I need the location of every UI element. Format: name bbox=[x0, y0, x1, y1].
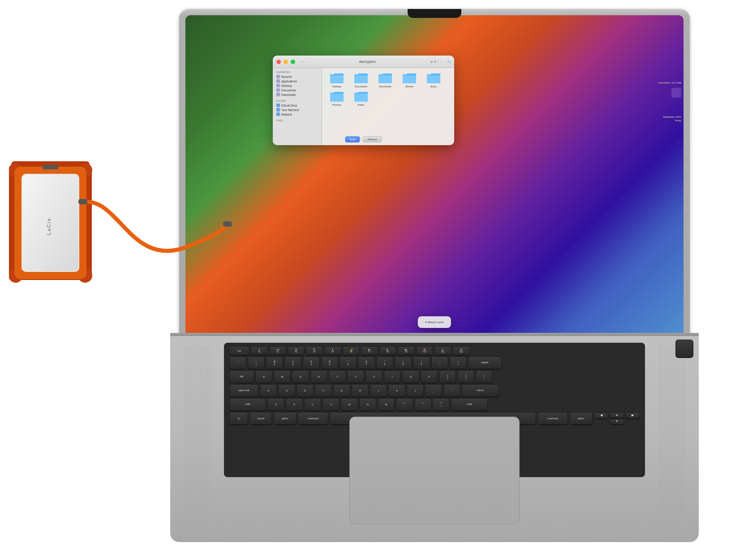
sidebar-item-desktop[interactable]: Desktop bbox=[275, 83, 320, 88]
key-f8[interactable]: ⏯F8 bbox=[379, 346, 396, 355]
finder-file-public[interactable]: Public bbox=[350, 90, 372, 107]
key-minus[interactable]: _- bbox=[431, 357, 448, 369]
key-fn[interactable]: fn bbox=[229, 412, 248, 425]
key-n[interactable]: N bbox=[359, 398, 376, 411]
key-d[interactable]: D bbox=[297, 384, 314, 397]
key-f6[interactable]: 🌙F6 bbox=[343, 346, 360, 355]
key-r[interactable]: R bbox=[310, 370, 327, 383]
key-h[interactable]: H bbox=[352, 384, 369, 397]
key-a[interactable]: A bbox=[260, 384, 277, 397]
sidebar-item-documents[interactable]: Documents bbox=[275, 88, 320, 92]
key-comma[interactable]: <, bbox=[396, 398, 413, 411]
key-w[interactable]: W bbox=[274, 370, 291, 383]
key-f7[interactable]: ⏮F7 bbox=[361, 346, 378, 355]
key-u[interactable]: U bbox=[366, 370, 383, 383]
key-1[interactable]: !1 bbox=[248, 357, 265, 369]
minimize-button[interactable] bbox=[284, 60, 288, 64]
key-option-left[interactable]: option bbox=[273, 412, 297, 425]
key-f1[interactable]: ☀F1 bbox=[251, 346, 268, 355]
finder-window[interactable]: ‹ › dannypton ⊞ ☰ ↑ ⋯ 🔍 bbox=[273, 56, 454, 145]
sidebar-item-network[interactable]: Network bbox=[275, 112, 320, 116]
key-p[interactable]: P bbox=[421, 370, 438, 383]
key-command-right[interactable]: command bbox=[538, 412, 568, 425]
key-semicolon[interactable]: :; bbox=[425, 384, 442, 397]
key-esc[interactable]: esc bbox=[229, 346, 249, 355]
key-f5[interactable]: 🎙F5 bbox=[324, 346, 341, 355]
key-l[interactable]: L bbox=[407, 384, 424, 397]
key-slash[interactable]: ?/ bbox=[433, 398, 450, 411]
key-o[interactable]: O bbox=[402, 370, 419, 383]
key-control[interactable]: control bbox=[249, 412, 272, 425]
touchpad[interactable] bbox=[349, 417, 520, 524]
finder-file-movies[interactable]: Movies bbox=[398, 72, 421, 88]
key-tab[interactable]: tab bbox=[229, 370, 254, 383]
key-v[interactable]: V bbox=[322, 398, 340, 411]
key-backtick[interactable]: ~` bbox=[229, 357, 246, 369]
key-period[interactable]: >. bbox=[414, 398, 431, 411]
sidebar-item-applications[interactable]: Applications bbox=[275, 79, 320, 83]
finder-file-downloads[interactable]: Downloads bbox=[374, 72, 396, 88]
key-g[interactable]: G bbox=[333, 384, 350, 397]
key-y[interactable]: Y bbox=[347, 370, 364, 383]
key-m[interactable]: M bbox=[378, 398, 395, 411]
key-backslash[interactable]: |\ bbox=[476, 370, 493, 383]
key-2[interactable]: @2 bbox=[266, 357, 283, 369]
key-equals[interactable]: += bbox=[450, 357, 467, 369]
key-quote[interactable]: "' bbox=[443, 384, 460, 397]
key-z[interactable]: Z bbox=[267, 398, 284, 411]
key-c[interactable]: C bbox=[304, 398, 321, 411]
key-i[interactable]: I bbox=[384, 370, 401, 383]
sidebar-item-recents[interactable]: Recents bbox=[275, 74, 320, 79]
close-button[interactable] bbox=[276, 60, 281, 64]
key-arrow-down[interactable]: ▼ bbox=[610, 419, 624, 425]
key-x[interactable]: X bbox=[286, 398, 303, 411]
key-arrow-up[interactable]: ▲ bbox=[610, 413, 624, 418]
key-f2[interactable]: ☀☀F2 bbox=[269, 346, 286, 355]
key-3[interactable]: #3 bbox=[284, 357, 301, 369]
zoom-button[interactable] bbox=[291, 60, 295, 64]
touch-id-button[interactable] bbox=[675, 340, 693, 358]
key-k[interactable]: K bbox=[388, 384, 405, 397]
key-arrow-right[interactable]: ▶ bbox=[625, 413, 640, 419]
key-e[interactable]: E bbox=[292, 370, 309, 383]
restore-button[interactable]: Restore bbox=[363, 136, 382, 142]
key-f9[interactable]: ⏭F9 bbox=[398, 346, 415, 355]
scene: 10/1/2022, 9:13 AM September 2022 Today bbox=[0, 0, 731, 560]
key-t[interactable]: T bbox=[329, 370, 346, 383]
key-shift-right[interactable]: shift bbox=[451, 398, 488, 411]
key-4[interactable]: $4 bbox=[303, 357, 320, 369]
key-5[interactable]: %5 bbox=[321, 357, 338, 369]
sidebar-item-icloud-drive[interactable]: iCloud Drive bbox=[275, 103, 320, 108]
key-f12[interactable]: 🔊F12 bbox=[453, 346, 470, 355]
key-f11[interactable]: 🔉F11 bbox=[434, 346, 452, 355]
key-j[interactable]: J bbox=[370, 384, 387, 397]
finder-file-desktop[interactable]: Desktop bbox=[326, 72, 348, 88]
sidebar-item-downloads[interactable]: Downloads bbox=[275, 92, 320, 97]
key-arrow-left[interactable]: ◀ bbox=[594, 413, 608, 419]
key-shift-left[interactable]: shift bbox=[229, 398, 266, 411]
key-return[interactable]: return bbox=[462, 384, 499, 397]
write-button[interactable]: Write bbox=[345, 136, 360, 142]
key-f10[interactable]: 🔇F10 bbox=[416, 346, 433, 355]
key-8[interactable]: *8 bbox=[376, 357, 393, 369]
key-q[interactable]: Q bbox=[255, 370, 272, 383]
key-capslock[interactable]: caps lock bbox=[229, 384, 258, 397]
key-option-right[interactable]: option bbox=[569, 412, 593, 425]
sidebar-item-time-machine[interactable]: Your Machine bbox=[275, 108, 320, 112]
key-s[interactable]: S bbox=[278, 384, 295, 397]
key-b[interactable]: B bbox=[341, 398, 358, 411]
finder-file-documents[interactable]: Documents bbox=[350, 72, 372, 88]
key-lbracket[interactable]: {[ bbox=[439, 370, 456, 383]
key-command-left[interactable]: command bbox=[298, 412, 328, 425]
key-7[interactable]: &7 bbox=[358, 357, 375, 369]
key-9[interactable]: (9 bbox=[395, 357, 412, 369]
finder-file-pictures[interactable]: Pictures bbox=[326, 90, 348, 107]
finder-file-music[interactable]: Music bbox=[422, 72, 445, 88]
key-f3[interactable]: ⊞F3 bbox=[288, 346, 305, 355]
key-f4[interactable]: 🔍F4 bbox=[306, 346, 323, 355]
key-f[interactable]: F bbox=[315, 384, 332, 397]
key-0[interactable]: )0 bbox=[413, 357, 430, 369]
key-rbracket[interactable]: }] bbox=[457, 370, 474, 383]
key-6[interactable]: ^6 bbox=[340, 357, 357, 369]
key-delete[interactable]: delete bbox=[468, 357, 502, 369]
